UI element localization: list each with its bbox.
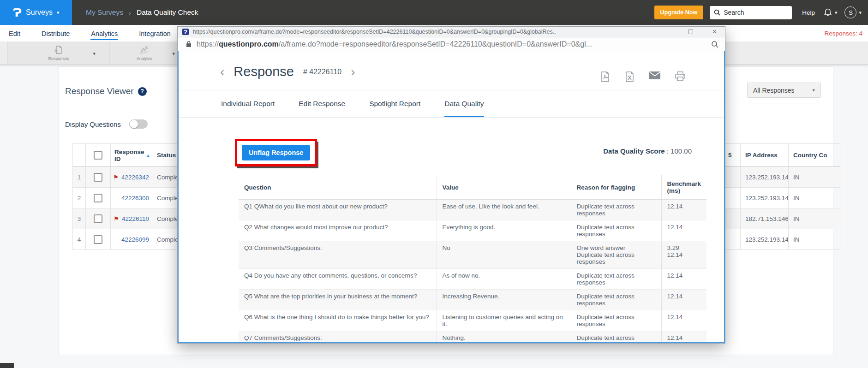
response-id-cell: 42226099	[111, 229, 153, 250]
tab-edit[interactable]: Edit	[8, 26, 21, 40]
export-excel-icon[interactable]	[625, 71, 635, 82]
benchmark-cell: 3.29 12.14	[661, 241, 706, 269]
minimize-icon[interactable]: –	[665, 29, 669, 36]
value-cell: Ease of use. Like the look and feel.	[437, 200, 571, 220]
footer-corner	[0, 363, 14, 368]
analysis-chart-icon	[139, 45, 150, 55]
response-id-label: # 42226110	[303, 68, 341, 76]
chevron-down-icon[interactable]: ▾	[93, 51, 96, 57]
response-id-link[interactable]: 42226342	[121, 174, 149, 181]
tab-spotlight-report[interactable]: Spotlight Report	[369, 90, 420, 117]
window-titlebar[interactable]: Ɂ https://questionpro.com/a/frame.do?mod…	[178, 27, 725, 37]
table-header-row: Question Value Reason for flagging Bench…	[239, 175, 706, 200]
avatar: S	[844, 6, 856, 18]
table-row: Q1 QWhat do you like most about our new …	[239, 200, 706, 220]
chevron-down-icon: ▾	[812, 88, 815, 93]
question-cell: Q2 What changes would most improve our p…	[239, 220, 437, 241]
surveys-menu-label: Surveys	[26, 8, 53, 17]
response-id-link[interactable]: 42226300	[121, 195, 149, 202]
row-number: 4	[73, 229, 86, 250]
print-icon[interactable]	[675, 71, 685, 81]
email-icon[interactable]	[649, 71, 660, 79]
maximize-icon[interactable]	[688, 30, 693, 34]
row-checkbox[interactable]	[94, 235, 102, 244]
top-bar: Ɂ Surveys ▾ My Surveys › Data Quality Ch…	[0, 0, 868, 25]
tab-individual-report[interactable]: Individual Report	[221, 90, 275, 117]
unflag-response-button[interactable]: Unflag Response	[242, 145, 310, 160]
all-responses-dropdown[interactable]: All Responses ▾	[747, 83, 821, 98]
row-checkbox[interactable]	[94, 194, 102, 202]
url-path: /a/frame.do?mode=responseeditor&response…	[279, 40, 592, 48]
address-bar[interactable]: https://questionpro.com/a/frame.do?mode=…	[178, 37, 725, 51]
response-id-cell: ⚑ 42226110	[111, 208, 153, 229]
checkbox-cell	[86, 167, 111, 188]
export-pdf-icon[interactable]	[600, 71, 610, 82]
tab-data-quality[interactable]: Data Quality	[444, 90, 484, 117]
questionpro-logo-icon: Ɂ	[13, 7, 22, 18]
notifications-button[interactable]: ▾	[823, 8, 838, 17]
checkbox-cell	[86, 188, 111, 208]
account-menu[interactable]: S ▾	[844, 6, 862, 18]
lock-icon	[186, 41, 192, 47]
ip-address-cell: 123.252.193.148	[741, 167, 789, 188]
prev-response-icon[interactable]: ‹	[220, 65, 224, 78]
next-response-icon[interactable]: ›	[351, 65, 355, 78]
search-input[interactable]	[724, 9, 784, 16]
ip-address-header[interactable]: IP Address	[741, 144, 789, 167]
upgrade-now-button[interactable]: Upgrade Now	[654, 6, 704, 19]
surveys-menu[interactable]: Ɂ Surveys ▾	[0, 0, 72, 25]
url-scheme: https://	[197, 40, 219, 48]
benchmark-cell: 12.14	[661, 310, 706, 331]
toolbar-tile-responses[interactable]: Responses ▾	[7, 42, 110, 64]
country-cell: IN	[789, 208, 840, 229]
breadcrumb-current: Data Quality Check	[137, 8, 198, 17]
value-cell: Nothing.	[437, 331, 571, 344]
row-checkbox[interactable]	[94, 173, 102, 182]
questionpro-favicon-icon: Ɂ	[182, 29, 189, 35]
response-editor-window: Ɂ https://questionpro.com/a/frame.do?mod…	[177, 26, 725, 344]
bell-icon	[823, 8, 832, 17]
help-link[interactable]: Help	[802, 9, 815, 16]
responses-count: Responses: 4	[824, 30, 862, 37]
flag-icon: ⚑	[113, 174, 119, 180]
breadcrumb-my-surveys[interactable]: My Surveys	[86, 8, 123, 17]
response-editor-content: ‹ Response # 42226110 › Individual Repor…	[178, 51, 725, 343]
toolbar-tile-label: Analysis	[137, 56, 152, 61]
display-questions-toggle[interactable]	[129, 119, 148, 129]
tab-integration[interactable]: Integration	[138, 26, 171, 40]
country-code-header[interactable]: Country Co	[789, 144, 840, 167]
page-title: Response Viewer ?	[65, 86, 147, 96]
row-checkbox[interactable]	[94, 214, 102, 223]
tab-edit-response[interactable]: Edit Response	[299, 90, 345, 117]
close-icon[interactable]: ×	[712, 28, 717, 36]
reason-cell: Duplicate text across responses	[571, 331, 661, 344]
zoom-icon[interactable]	[711, 41, 718, 48]
question-header: Question	[239, 175, 437, 200]
reason-cell: Duplicate text across responses	[571, 310, 661, 331]
row-number-header	[73, 144, 86, 167]
response-id-link[interactable]: 42226099	[121, 236, 149, 243]
toolbar-tile-analysis[interactable]: Analysis ▾	[110, 42, 179, 64]
country-cell: IN	[789, 188, 840, 208]
response-id-link[interactable]: 42226110	[122, 215, 149, 222]
help-badge-icon[interactable]: ?	[138, 87, 147, 96]
response-id-header[interactable]: Response ID ▲	[111, 144, 153, 167]
tab-distribute[interactable]: Distribute	[41, 26, 70, 40]
benchmark-cell: 12.14	[661, 269, 706, 290]
value-cell: As of now no.	[437, 269, 571, 290]
all-responses-label: All Responses	[753, 87, 795, 94]
country-cell: IN	[789, 229, 840, 250]
select-all-checkbox[interactable]	[94, 151, 102, 160]
app-screen: Ɂ Surveys ▾ My Surveys › Data Quality Ch…	[0, 0, 868, 368]
tab-analytics[interactable]: Analytics	[90, 26, 118, 40]
table-header-row: Response ID ▲ Status	[73, 144, 193, 167]
benchmark-cell: 12.14	[661, 290, 706, 310]
global-search[interactable]	[710, 6, 792, 19]
chevron-down-icon[interactable]: ▾	[172, 51, 175, 57]
benchmark-cell: 12.14	[661, 220, 706, 241]
reason-header: Reason for flagging	[571, 175, 661, 200]
question-cell: Q3 Comments/Suggestions:	[239, 241, 437, 269]
response-id-cell: 42226300	[111, 188, 153, 208]
breadcrumb-separator-icon: ›	[129, 9, 131, 17]
table-row: Q4 Do you have any other comments, quest…	[239, 269, 706, 290]
